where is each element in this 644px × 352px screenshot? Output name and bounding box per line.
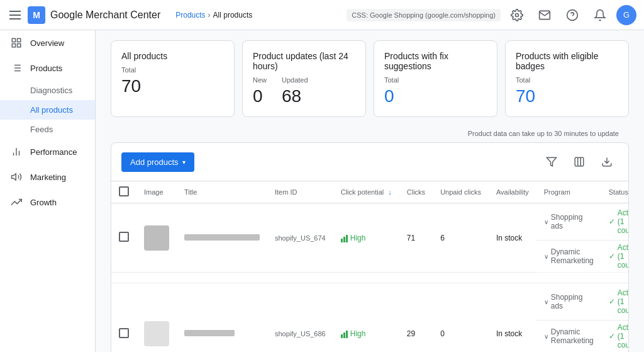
main-layout: Overview Products Diagnostics All produc… xyxy=(0,30,644,352)
top-nav: M Google Merchant Center Products › All … xyxy=(0,0,644,30)
table-row: shopify_US_674 High xyxy=(111,203,628,241)
row2-program-1: ∨ Shopping ads xyxy=(536,283,601,321)
overview-label: Overview xyxy=(30,38,64,48)
th-click-potential[interactable]: Click potential ↓ xyxy=(333,181,399,203)
svg-rect-5 xyxy=(18,44,21,47)
stat-value-badges[interactable]: 70 xyxy=(516,86,618,106)
row1-unpaid-clicks: 6 xyxy=(433,203,489,273)
svg-marker-16 xyxy=(12,174,16,181)
table-header-row: Image Title Item ID Click potential ↓ Cl… xyxy=(111,181,628,203)
sidebar: Overview Products Diagnostics All produc… xyxy=(0,30,96,352)
sidebar-item-all-products[interactable]: All products xyxy=(0,100,95,120)
stat-card-title-1: All products xyxy=(121,51,224,61)
breadcrumb-current: All products xyxy=(213,11,253,20)
row2-clicks: 29 xyxy=(399,283,433,353)
app-logo: M xyxy=(28,6,45,24)
select-all-checkbox[interactable] xyxy=(119,186,129,196)
nav-logo-area: M Google Merchant Center xyxy=(8,6,160,24)
row1-program-1: ∨ Shopping ads xyxy=(536,203,601,241)
download-button[interactable] xyxy=(596,150,618,173)
stat-row-2: New 0 Updated 68 xyxy=(253,76,355,106)
row2-status-1: ✓ Active (1 country) xyxy=(601,283,628,321)
th-unpaid-clicks: Unpaid clicks xyxy=(433,181,489,203)
row2-availability: In stock xyxy=(489,283,536,353)
row-spacer-1 xyxy=(111,273,628,283)
stat-col-updated: Updated 68 xyxy=(282,76,308,106)
svg-rect-6 xyxy=(12,44,15,47)
nav-icons: CSS: Google Shopping (google.com/shoppin… xyxy=(347,4,636,26)
products-table: Image Title Item ID Click potential ↓ Cl… xyxy=(111,181,628,352)
high-bar-icon xyxy=(341,234,348,242)
notifications-button[interactable] xyxy=(589,4,611,26)
add-products-button[interactable]: Add products ▾ xyxy=(121,152,194,172)
sidebar-item-performance[interactable]: Performance xyxy=(0,139,95,164)
update-notice: Product data can take up to 30 minutes t… xyxy=(111,127,629,142)
filter-button[interactable] xyxy=(540,150,563,173)
row1-image xyxy=(144,225,169,251)
stat-value-fix[interactable]: 0 xyxy=(384,86,487,106)
row2-item-id: shopify_US_686 xyxy=(267,283,333,353)
row1-program-2: ∨ Dynamic Remarketing xyxy=(536,241,601,273)
avatar[interactable]: G xyxy=(616,5,636,25)
sidebar-item-feeds[interactable]: Feeds xyxy=(0,120,95,139)
row2-program-2: ∨ Dynamic Remarketing xyxy=(536,321,601,353)
table-area: Add products ▾ xyxy=(111,142,629,352)
row2-click-potential: High xyxy=(333,283,399,353)
sidebar-item-marketing[interactable]: Marketing xyxy=(0,164,95,190)
row1-availability: In stock xyxy=(489,203,536,273)
performance-label: Performance xyxy=(30,147,77,157)
sidebar-item-overview[interactable]: Overview xyxy=(0,30,95,55)
svg-rect-4 xyxy=(18,38,21,42)
high-bar-icon-2 xyxy=(341,329,348,338)
settings-button[interactable] xyxy=(506,4,528,26)
stat-card-product-updates: Product updates (last 24 hours) New 0 Up… xyxy=(242,40,366,117)
stat-label-1: Total xyxy=(121,66,224,74)
sidebar-item-diagnostics[interactable]: Diagnostics xyxy=(0,81,95,100)
marketing-icon xyxy=(10,171,23,183)
svg-rect-18 xyxy=(575,157,584,166)
svg-marker-17 xyxy=(547,157,557,166)
stat-card-eligible-badges: Products with eligible badges Total 70 xyxy=(505,40,629,117)
sidebar-item-products[interactable]: Products xyxy=(0,55,95,81)
stat-card-title-4: Products with eligible badges xyxy=(516,51,618,71)
row2-unpaid-clicks: 0 xyxy=(433,283,489,353)
svg-point-0 xyxy=(516,13,519,16)
css-badge: CSS: Google Shopping (google.com/shoppin… xyxy=(347,9,501,21)
breadcrumb: Products › All products xyxy=(175,11,252,20)
row1-click-potential: High xyxy=(333,203,399,273)
breadcrumb-parent[interactable]: Products xyxy=(175,11,205,20)
th-availability: Availability xyxy=(489,181,536,203)
row2-checkbox[interactable] xyxy=(119,328,129,338)
mail-button[interactable] xyxy=(533,4,556,26)
th-status: Status xyxy=(601,181,628,203)
th-item-id: Item ID xyxy=(267,181,333,203)
dropdown-arrow-icon: ▾ xyxy=(182,159,186,166)
hamburger-menu[interactable] xyxy=(8,8,23,23)
columns-button[interactable] xyxy=(568,150,591,173)
row1-status-2: ✓ Active (1 country) xyxy=(601,241,628,273)
products-icon xyxy=(10,62,23,74)
help-button[interactable] xyxy=(561,4,584,26)
row2-title xyxy=(184,330,235,336)
row1-title xyxy=(184,234,260,241)
stat-value-1: 70 xyxy=(121,76,224,96)
table-row: shopify_US_686 High xyxy=(111,283,628,321)
th-image: Image xyxy=(136,181,177,203)
th-program: Program xyxy=(536,181,601,203)
sidebar-item-growth[interactable]: Growth xyxy=(0,190,95,215)
row1-clicks: 71 xyxy=(399,203,433,273)
stat-card-title-3: Products with fix suggestions xyxy=(384,51,487,71)
main-content: All products Total 70 Product updates (l… xyxy=(96,30,644,352)
stat-card-fix-suggestions: Products with fix suggestions Total 0 xyxy=(374,40,497,117)
table-toolbar: Add products ▾ xyxy=(111,143,628,181)
row2-status-2: ✓ Active (1 country) xyxy=(601,321,628,353)
app-title: Google Merchant Center xyxy=(50,9,160,21)
stat-card-title-2: Product updates (last 24 hours) xyxy=(253,51,355,71)
performance-icon xyxy=(10,145,23,158)
overview-icon xyxy=(10,37,23,49)
row1-status-1: ✓ Active (1 country) xyxy=(601,203,628,241)
row2-image xyxy=(144,321,169,346)
row1-checkbox[interactable] xyxy=(119,232,129,242)
stat-cards: All products Total 70 Product updates (l… xyxy=(111,40,629,117)
row1-item-id: shopify_US_674 xyxy=(267,203,333,273)
